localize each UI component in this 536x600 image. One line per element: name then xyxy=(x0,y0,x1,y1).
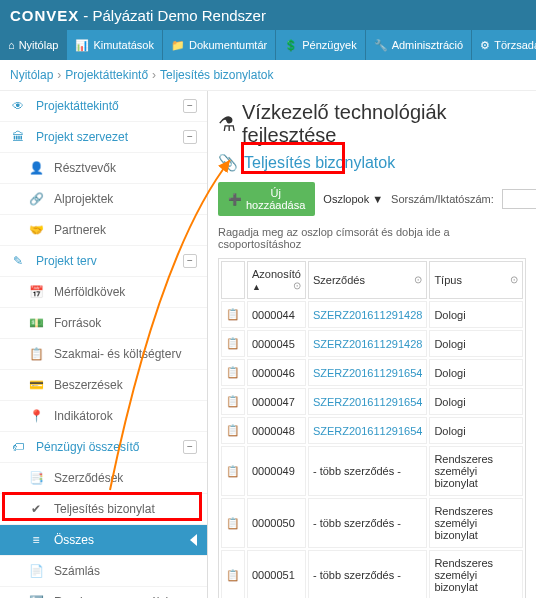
table-row[interactable]: 📋0000044SZERZ201611291428Dologi xyxy=(221,301,523,328)
col-header[interactable] xyxy=(221,261,245,299)
sidebar-icon: 💳 xyxy=(28,378,44,392)
expand-icon[interactable]: − xyxy=(183,254,197,268)
breadcrumb-item[interactable]: Nyitólap xyxy=(10,68,53,82)
col-label: Típus xyxy=(434,274,462,286)
sidebar-item-projekt-szervezet[interactable]: 🏛Projekt szervezet− xyxy=(0,122,207,153)
expand-icon[interactable]: − xyxy=(183,440,197,454)
nav-icon: ⌂ xyxy=(8,39,15,51)
plus-icon: ➕ xyxy=(228,193,242,206)
cell-contract[interactable]: SZERZ201611291654 xyxy=(308,417,427,444)
row-icon[interactable]: 📋 xyxy=(221,301,245,328)
search-input[interactable] xyxy=(502,189,536,209)
col-label: Azonosító xyxy=(252,268,301,280)
col-label: Szerződés xyxy=(313,274,365,286)
cell-id: 0000050 xyxy=(247,498,306,548)
filter-icon[interactable]: ⊙ xyxy=(293,280,301,291)
col-header[interactable]: Szerződés⊙ xyxy=(308,261,427,299)
page-title-text: Vízkezelő technológiák fejlesztése xyxy=(242,101,526,147)
sidebar-item-projekt-terv[interactable]: ✎Projekt terv− xyxy=(0,246,207,277)
sidebar-label: Projektáttekintő xyxy=(36,99,119,113)
sidebar-label: Számlás xyxy=(54,564,100,578)
sidebar-icon: 🏛 xyxy=(10,130,26,144)
sidebar-item-szakmai-s-k-lts-gterv[interactable]: 📋Szakmai- és költségterv xyxy=(0,339,207,370)
nav-icon: 🔧 xyxy=(374,39,388,52)
cell-type: Rendszeres személyi bizonylat xyxy=(429,498,523,548)
toolbar: ➕ Új hozzáadása Oszlopok ▼ Sorszám/Iktat… xyxy=(218,182,526,216)
sidebar-label: Források xyxy=(54,316,101,330)
sidebar-icon: 📍 xyxy=(28,409,44,423)
table-row[interactable]: 📋0000049- több szerződés -Rendszeres sze… xyxy=(221,446,523,496)
breadcrumb-item[interactable]: Teljesítés bizonylatok xyxy=(160,68,273,82)
sidebar-item-projekt-ttekint-[interactable]: 👁Projektáttekintő− xyxy=(0,91,207,122)
cell-id: 0000045 xyxy=(247,330,306,357)
nav-pénzügyek[interactable]: 💲Pénzügyek xyxy=(276,30,365,60)
sidebar-label: Beszerzések xyxy=(54,378,123,392)
sidebar-item-teljes-t-s-bizonylat[interactable]: ✔Teljesítés bizonylat xyxy=(0,494,207,525)
brand: CONVEX xyxy=(10,7,79,24)
nav-adminisztráció[interactable]: 🔧Adminisztráció xyxy=(366,30,473,60)
row-icon[interactable]: 📋 xyxy=(221,388,245,415)
cell-contract[interactable]: SZERZ201611291428 xyxy=(308,330,427,357)
col-header[interactable]: Azonosító▲⊙ xyxy=(247,261,306,299)
cell-type: Dologi xyxy=(429,388,523,415)
sidebar-item-m-rf-ldk-vek[interactable]: 📅Mérföldkövek xyxy=(0,277,207,308)
filter-icon[interactable]: ⊙ xyxy=(414,274,422,285)
cell-type: Dologi xyxy=(429,359,523,386)
row-icon[interactable]: 📋 xyxy=(221,330,245,357)
row-icon[interactable]: 📋 xyxy=(221,498,245,548)
columns-dropdown[interactable]: Oszlopok ▼ xyxy=(323,193,383,205)
nav-nyitólap[interactable]: ⌂Nyitólap xyxy=(0,30,67,60)
sidebar-item-szerz-d-sek[interactable]: 📑Szerződések xyxy=(0,463,207,494)
nav-icon: ⚙ xyxy=(480,39,490,52)
sidebar-item-sz-ml-s[interactable]: 📄Számlás xyxy=(0,556,207,587)
sidebar-item-p-nz-gyi-sszes-t-[interactable]: 🏷Pénzügyi összesítő− xyxy=(0,432,207,463)
sidebar-label: Teljesítés bizonylat xyxy=(54,502,155,516)
nav-dokumentumtár[interactable]: 📁Dokumentumtár xyxy=(163,30,276,60)
sidebar-label: Összes xyxy=(54,533,94,547)
nav-törzsadatok[interactable]: ⚙Törzsadatok xyxy=(472,30,536,60)
sidebar-item-indik-torok[interactable]: 📍Indikátorok xyxy=(0,401,207,432)
table-row[interactable]: 📋0000051- több szerződés -Rendszeres sze… xyxy=(221,550,523,598)
nav-label: Dokumentumtár xyxy=(189,39,267,51)
app-header: CONVEX - Pályázati Demo Rendszer xyxy=(0,0,536,30)
expand-icon[interactable]: − xyxy=(183,130,197,144)
table-row[interactable]: 📋0000048SZERZ201611291654Dologi xyxy=(221,417,523,444)
sidebar-icon: 📅 xyxy=(28,285,44,299)
cell-contract[interactable]: SZERZ201611291654 xyxy=(308,359,427,386)
sidebar-icon: 📄 xyxy=(28,564,44,578)
filter-icon[interactable]: ⊙ xyxy=(510,274,518,285)
sidebar-item--sszes[interactable]: ≡Összes xyxy=(0,525,207,556)
add-button[interactable]: ➕ Új hozzáadása xyxy=(218,182,315,216)
table-row[interactable]: 📋0000050- több szerződés -Rendszeres sze… xyxy=(221,498,523,548)
table-row[interactable]: 📋0000046SZERZ201611291654Dologi xyxy=(221,359,523,386)
table-row[interactable]: 📋0000047SZERZ201611291654Dologi xyxy=(221,388,523,415)
row-icon[interactable]: 📋 xyxy=(221,359,245,386)
page-subtitle-text: Teljesítés bizonylatok xyxy=(244,154,395,172)
table-row[interactable]: 📋0000045SZERZ201611291428Dologi xyxy=(221,330,523,357)
content-area: ⚗ Vízkezelő technológiák fejlesztése 📎 T… xyxy=(208,91,536,598)
sidebar-item-forr-sok[interactable]: 💵Források xyxy=(0,308,207,339)
expand-icon[interactable]: − xyxy=(183,99,197,113)
active-arrow-icon xyxy=(190,534,197,546)
sidebar-item-rendszeres-szem-lyi[interactable]: 🔄Rendszeres személyi xyxy=(0,587,207,598)
nav-kimutatások[interactable]: 📊Kimutatások xyxy=(67,30,163,60)
page-title: ⚗ Vízkezelő technológiák fejlesztése xyxy=(218,101,526,147)
sidebar-item-partnerek[interactable]: 🤝Partnerek xyxy=(0,215,207,246)
breadcrumb-item[interactable]: Projektáttekintő xyxy=(65,68,148,82)
cell-contract[interactable]: SZERZ201611291654 xyxy=(308,388,427,415)
sidebar-item-beszerz-sek[interactable]: 💳Beszerzések xyxy=(0,370,207,401)
cell-contract[interactable]: SZERZ201611291428 xyxy=(308,301,427,328)
sidebar-icon: ✎ xyxy=(10,254,26,268)
col-header[interactable]: Típus⊙ xyxy=(429,261,523,299)
nav-label: Pénzügyek xyxy=(302,39,356,51)
nav-label: Adminisztráció xyxy=(392,39,464,51)
brand-subtitle: - Pályázati Demo Rendszer xyxy=(83,7,266,24)
row-icon[interactable]: 📋 xyxy=(221,550,245,598)
row-icon[interactable]: 📋 xyxy=(221,417,245,444)
nav-icon: 📁 xyxy=(171,39,185,52)
sidebar-icon: 👤 xyxy=(28,161,44,175)
row-icon[interactable]: 📋 xyxy=(221,446,245,496)
sidebar-item-r-sztvev-k[interactable]: 👤Résztvevők xyxy=(0,153,207,184)
cell-type: Dologi xyxy=(429,417,523,444)
sidebar-item-alprojektek[interactable]: 🔗Alprojektek xyxy=(0,184,207,215)
